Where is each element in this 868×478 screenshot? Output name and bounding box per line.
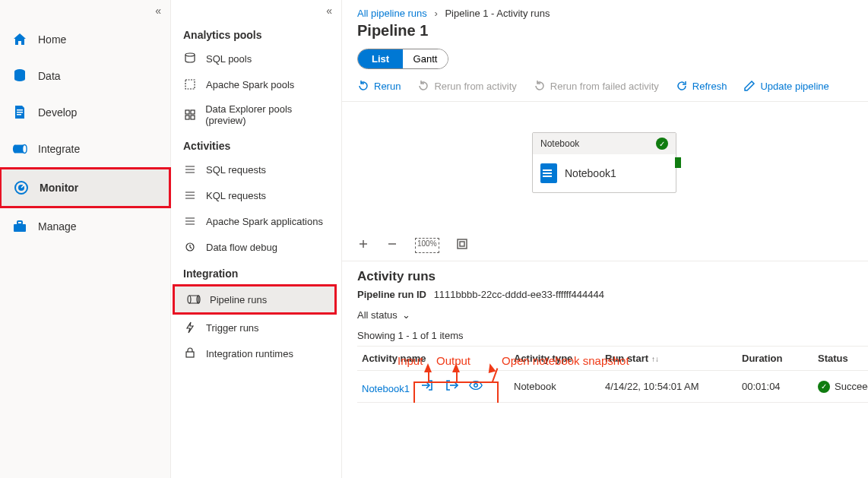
svg-rect-14 [191, 110, 195, 114]
nav-label: Develop [38, 106, 77, 119]
sub-item-label: Integration runtimes [206, 348, 293, 359]
zoom-in-button[interactable] [357, 238, 369, 253]
svg-point-23 [474, 384, 478, 388]
cell-run-start: 4/14/22, 10:54:01 AM [600, 371, 737, 403]
svg-rect-15 [185, 116, 189, 119]
rerun-button[interactable]: Rerun [357, 80, 401, 92]
table-header-row: Activity name Activity type Run start↑↓ … [357, 347, 868, 371]
sub-item-data-explorer-pools[interactable]: Data Explorer pools (preview) [171, 97, 341, 132]
col-duration[interactable]: Duration [737, 347, 813, 371]
pipeline-canvas[interactable]: Notebook ✓ Notebook1 100% [342, 102, 868, 261]
col-run-start[interactable]: Run start↑↓ [600, 347, 737, 371]
nav-item-home[interactable]: Home [0, 21, 170, 58]
monitor-icon [14, 180, 29, 195]
output-handle[interactable] [675, 157, 681, 168]
pipeline-runs-icon [187, 293, 201, 306]
cell-activity-type: Notebook [509, 371, 600, 403]
page-title: Pipeline 1 [342, 19, 868, 47]
status-success-icon: ✓ [656, 138, 668, 150]
svg-rect-16 [191, 116, 195, 119]
nav-item-monitor[interactable]: Monitor [0, 167, 171, 208]
zoom-reset-button[interactable]: 100% [415, 238, 439, 253]
spark-pools-icon [183, 78, 197, 91]
sql-requests-icon [183, 163, 197, 176]
activity-type-label: Notebook [540, 138, 579, 149]
rerun-failed-icon [534, 80, 546, 92]
nav-label: Home [38, 33, 66, 46]
activity-runs-section: Activity runs Pipeline run ID 1111bbbb-2… [342, 261, 868, 403]
nav-item-data[interactable]: Data [0, 58, 170, 94]
sub-item-label: KQL requests [206, 190, 266, 201]
status-filter-label: All status [357, 309, 398, 321]
rerun-failed-button: Rerun from failed activity [534, 80, 659, 92]
view-toggle-list[interactable]: List [358, 49, 403, 68]
toolbar-label: Refresh [692, 81, 727, 92]
svg-rect-13 [185, 110, 189, 114]
nav-item-integrate[interactable]: Integrate [0, 131, 170, 167]
sub-item-sql-requests[interactable]: SQL requests [171, 157, 341, 182]
pipeline-icon [12, 141, 27, 157]
nav-item-develop[interactable]: Develop [0, 94, 170, 131]
zoom-fit-button[interactable] [456, 238, 468, 253]
sub-item-label: SQL pools [206, 53, 252, 65]
view-toggle-gantt[interactable]: Gantt [403, 49, 448, 68]
sub-item-label: SQL requests [206, 164, 266, 176]
sub-item-pipeline-runs[interactable]: Pipeline runs [173, 284, 337, 315]
activity-name-label: Notebook1 [565, 167, 616, 179]
sub-item-kql-requests[interactable]: KQL requests [171, 182, 341, 208]
sub-item-spark-apps[interactable]: Apache Spark applications [171, 208, 341, 234]
main-content: All pipeline runs › Pipeline 1 - Activit… [342, 0, 868, 478]
view-toggle: List Gantt [357, 49, 448, 69]
sub-item-label: Data Explorer pools (preview) [205, 103, 329, 126]
sub-item-label: Trigger runs [206, 322, 259, 334]
svg-rect-2 [17, 112, 23, 113]
refresh-icon [676, 80, 688, 92]
nav-collapse-button[interactable]: « [146, 0, 170, 21]
notebook-icon [540, 163, 557, 183]
activity-node-notebook[interactable]: Notebook ✓ Notebook1 [532, 132, 676, 193]
svg-rect-10 [17, 221, 22, 224]
svg-rect-21 [458, 239, 467, 248]
toolbar: Rerun Rerun from activity Rerun from fai… [342, 75, 868, 102]
table-row: Notebook1 Notebook 4/14/22, 10:54:01 AM … [357, 371, 868, 403]
sub-item-integration-runtimes[interactable]: Integration runtimes [171, 340, 341, 366]
breadcrumb-root[interactable]: All pipeline runs [357, 8, 427, 19]
sub-item-dataflow-debug[interactable]: Data flow debug [171, 234, 341, 260]
dataflow-debug-icon [183, 240, 197, 254]
update-pipeline-button[interactable]: Update pipeline [743, 80, 828, 92]
sub-item-sql-pools[interactable]: SQL pools [171, 46, 341, 71]
nav-item-manage[interactable]: Manage [0, 208, 170, 245]
nav-label: Integrate [38, 143, 80, 155]
svg-point-6 [23, 145, 27, 154]
breadcrumb: All pipeline runs › Pipeline 1 - Activit… [342, 0, 868, 19]
sort-icon: ↑↓ [651, 355, 659, 363]
svg-rect-3 [17, 114, 21, 116]
subpanel-collapse-button[interactable]: « [317, 0, 341, 21]
col-activity-type[interactable]: Activity type [509, 347, 600, 371]
sub-item-spark-pools[interactable]: Apache Spark pools [171, 71, 341, 97]
activity-runs-title: Activity runs [357, 269, 853, 284]
document-icon [12, 105, 27, 120]
edit-icon [743, 80, 756, 92]
refresh-button[interactable]: Refresh [676, 80, 727, 92]
sub-item-trigger-runs[interactable]: Trigger runs [171, 315, 341, 340]
sub-item-label: Data flow debug [206, 242, 277, 253]
trigger-runs-icon [183, 321, 197, 334]
sub-item-label: Apache Spark applications [206, 216, 323, 227]
integration-runtimes-icon [183, 347, 197, 360]
status-filter-dropdown[interactable]: All status ⌄ [357, 309, 410, 321]
svg-rect-9 [14, 224, 26, 232]
activity-node-body: Notebook1 [533, 154, 676, 192]
breadcrumb-current: Pipeline 1 - Activity runs [445, 8, 550, 19]
primary-nav: « Home Data Develop Integrate Monitor [0, 0, 171, 478]
zoom-out-button[interactable] [386, 238, 398, 253]
snapshot-icon[interactable] [469, 378, 483, 392]
runid-value: 1111bbbb-22cc-dddd-ee33-ffffff444444 [434, 289, 604, 300]
svg-rect-1 [17, 109, 23, 111]
nav-label: Monitor [40, 182, 78, 194]
activity-node-header: Notebook ✓ [533, 133, 676, 154]
col-status[interactable]: Status [813, 347, 868, 371]
nav-label: Manage [38, 220, 77, 233]
breadcrumb-separator: › [434, 8, 437, 19]
activity-name-link[interactable]: Notebook1 [362, 383, 410, 394]
